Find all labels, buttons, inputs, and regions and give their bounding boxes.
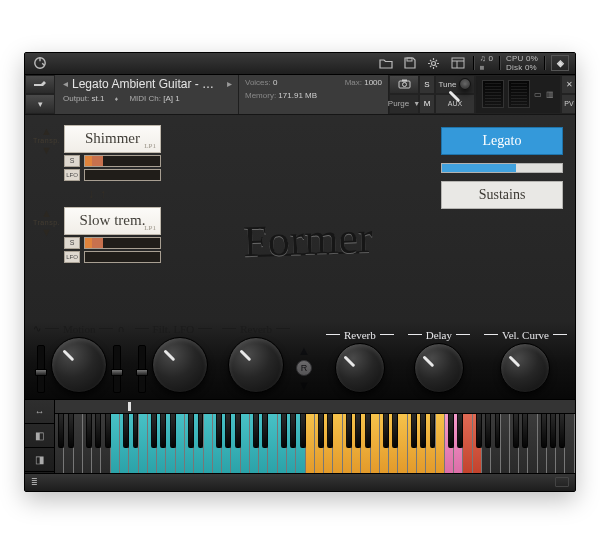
black-key[interactable] <box>225 414 231 448</box>
black-key[interactable] <box>430 414 436 448</box>
preset-down-icon[interactable]: ▼ <box>297 378 310 393</box>
slot-swap-up-icon[interactable]: ↑ <box>100 187 106 201</box>
slot1-lfo-meter[interactable] <box>84 169 161 181</box>
white-key[interactable] <box>111 414 120 473</box>
white-key[interactable] <box>306 414 315 473</box>
slot2-lfo-meter[interactable] <box>84 251 161 263</box>
slot1-solo-button[interactable]: S <box>64 155 80 167</box>
reverb-left-knob[interactable] <box>228 337 284 393</box>
black-key[interactable] <box>346 414 352 448</box>
black-key[interactable] <box>318 414 324 448</box>
slot2-lfo-button[interactable]: LFO <box>64 251 80 263</box>
black-key[interactable] <box>513 414 519 448</box>
preset-up-icon[interactable]: ▲ <box>297 343 310 358</box>
white-key[interactable] <box>371 414 380 473</box>
black-key[interactable] <box>420 414 426 448</box>
motion-wave-b-icon[interactable]: ∩ <box>117 323 124 334</box>
mute-button[interactable]: M <box>419 94 435 114</box>
close-instrument-icon[interactable]: ✕ <box>561 75 576 95</box>
slot2-solo-button[interactable]: S <box>64 237 80 249</box>
reverb-right-knob[interactable] <box>335 343 385 393</box>
delay-knob[interactable] <box>414 343 464 393</box>
white-key[interactable] <box>501 414 510 473</box>
virtual-keyboard[interactable] <box>55 400 575 473</box>
slot2-transpose-down-icon[interactable]: ▼ <box>40 226 52 238</box>
black-key[interactable] <box>151 414 157 448</box>
slot1-transpose-up-icon[interactable]: ▲ <box>40 125 52 137</box>
black-key[interactable] <box>541 414 547 448</box>
black-key[interactable] <box>105 414 111 448</box>
black-key[interactable] <box>522 414 528 448</box>
black-key[interactable] <box>281 414 287 448</box>
black-key[interactable] <box>290 414 296 448</box>
collapse-arrow-icon[interactable]: ▾ <box>25 94 55 114</box>
kb-view-icon[interactable]: ▥ <box>546 90 554 99</box>
black-key[interactable] <box>355 414 361 448</box>
keyboard-range-marker[interactable] <box>128 402 131 411</box>
black-key[interactable] <box>123 414 129 448</box>
white-key[interactable] <box>565 414 574 473</box>
black-key[interactable] <box>448 414 454 448</box>
keyboard-ruler[interactable] <box>55 400 575 414</box>
black-key[interactable] <box>550 414 556 448</box>
tab-legato[interactable]: Legato <box>441 127 563 155</box>
tune-knob[interactable] <box>459 78 471 90</box>
slot2-articulation-selector[interactable]: Slow trem. LP1 <box>64 207 161 235</box>
output-value[interactable]: st.1 <box>91 94 104 103</box>
white-key[interactable] <box>528 414 537 473</box>
white-key[interactable] <box>204 414 213 473</box>
open-file-icon[interactable] <box>377 55 395 71</box>
black-key[interactable] <box>198 414 204 448</box>
black-key[interactable] <box>216 414 222 448</box>
white-key[interactable] <box>463 414 472 473</box>
black-key[interactable] <box>58 414 64 448</box>
tab-legato-level-bar[interactable] <box>441 163 563 173</box>
white-key[interactable] <box>74 414 83 473</box>
motion-wave-a-icon[interactable]: ∿ <box>33 323 41 334</box>
slot1-level-meter[interactable] <box>84 155 161 167</box>
filter-lfo-knob[interactable] <box>152 337 208 393</box>
motion-depth-slider[interactable] <box>37 345 45 393</box>
min-view-icon[interactable]: ▭ <box>534 90 542 99</box>
white-key[interactable] <box>139 414 148 473</box>
snapshot-camera-icon[interactable] <box>389 75 419 95</box>
black-key[interactable] <box>133 414 139 448</box>
black-key[interactable] <box>235 414 241 448</box>
black-key[interactable] <box>485 414 491 448</box>
prev-preset-icon[interactable]: ◂ <box>63 78 68 89</box>
slot1-articulation-selector[interactable]: Shimmer LP1 <box>64 125 161 153</box>
kb-side-pitch-icon[interactable]: ◧ <box>25 424 54 448</box>
vel-curve-knob[interactable] <box>500 343 550 393</box>
white-key[interactable] <box>176 414 185 473</box>
midich-value[interactable]: [A] 1 <box>163 94 179 103</box>
black-key[interactable] <box>476 414 482 448</box>
black-key[interactable] <box>68 414 74 448</box>
black-key[interactable] <box>300 414 306 448</box>
kb-side-mod-icon[interactable]: ◨ <box>25 448 54 472</box>
purge-menu[interactable]: Purge▼ <box>389 94 419 114</box>
instrument-wrench-icon[interactable] <box>25 75 55 95</box>
voices-max-value[interactable]: 1000 <box>364 78 382 87</box>
solo-button[interactable]: S <box>419 75 435 95</box>
black-key[interactable] <box>188 414 194 448</box>
slot2-level-meter[interactable] <box>84 237 161 249</box>
black-key[interactable] <box>253 414 259 448</box>
white-key[interactable] <box>398 414 407 473</box>
black-key[interactable] <box>160 414 166 448</box>
white-key[interactable] <box>241 414 250 473</box>
motion-rate-slider[interactable] <box>113 345 121 393</box>
black-key[interactable] <box>383 414 389 448</box>
settings-gear-icon[interactable] <box>425 55 443 71</box>
kb-side-collapse-icon[interactable]: ↔ <box>25 400 54 424</box>
black-key[interactable] <box>327 414 333 448</box>
black-key[interactable] <box>86 414 92 448</box>
black-key[interactable] <box>560 414 566 448</box>
filter-lfo-slider[interactable] <box>138 345 146 393</box>
slot1-transpose-down-icon[interactable]: ▼ <box>40 144 52 156</box>
black-key[interactable] <box>392 414 398 448</box>
black-key[interactable] <box>411 414 417 448</box>
black-key[interactable] <box>263 414 269 448</box>
app-logo-icon[interactable] <box>31 55 49 71</box>
footer-handle-icon[interactable]: ≣ <box>31 478 38 487</box>
ni-brand-icon[interactable]: ◈ <box>551 55 569 71</box>
